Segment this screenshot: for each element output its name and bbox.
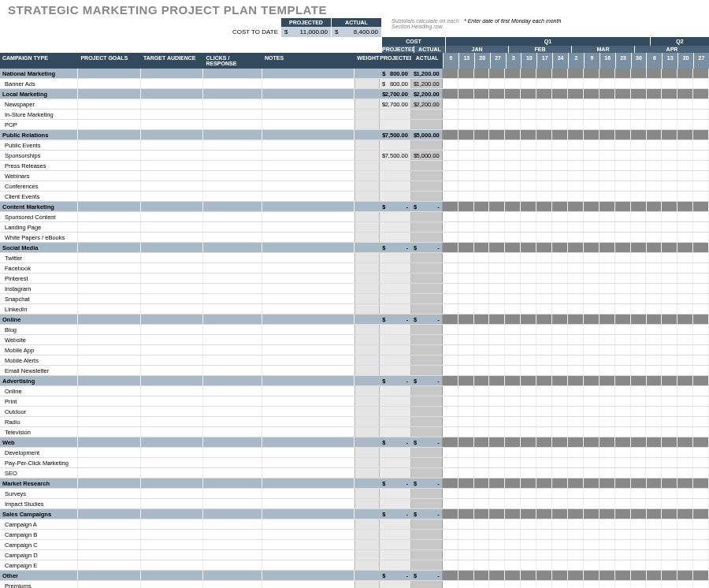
gantt-cell[interactable] (458, 79, 474, 88)
gantt-cell[interactable] (521, 581, 536, 588)
gantt-cell[interactable] (536, 192, 552, 201)
gantt-cell[interactable] (568, 151, 584, 160)
projected-cell[interactable] (380, 417, 411, 426)
gantt-cell[interactable] (458, 325, 474, 334)
gantt-cell[interactable] (521, 304, 536, 314)
notes-cell[interactable] (262, 222, 354, 232)
audience-cell[interactable] (141, 427, 204, 437)
gantt-cell[interactable] (474, 192, 490, 201)
weight-cell[interactable] (354, 263, 380, 273)
weight-cell[interactable] (354, 489, 380, 498)
gantt-cell[interactable] (599, 263, 615, 273)
campaign-cell[interactable]: Public Events (0, 140, 78, 150)
gantt-cell[interactable] (458, 571, 474, 580)
gantt-cell[interactable] (552, 530, 568, 539)
gantt-cell[interactable] (443, 499, 458, 508)
gantt-cell[interactable] (568, 335, 584, 344)
gantt-cell[interactable] (662, 366, 677, 375)
gantt-cell[interactable] (505, 540, 521, 549)
gantt-cell[interactable] (458, 581, 474, 588)
goals-cell[interactable] (78, 304, 141, 314)
gantt-cell[interactable] (662, 550, 677, 560)
gantt-cell[interactable] (662, 314, 677, 324)
gantt-cell[interactable] (599, 110, 615, 119)
gantt-cell[interactable] (474, 325, 490, 334)
gantt-cell[interactable] (552, 130, 568, 140)
gantt-cell[interactable] (443, 222, 458, 232)
notes-cell[interactable] (262, 325, 354, 334)
clicks-cell[interactable] (203, 530, 262, 539)
projected-cell[interactable] (380, 427, 411, 437)
gantt-cell[interactable] (474, 99, 490, 109)
gantt-cell[interactable] (677, 407, 693, 416)
gantt-cell[interactable] (647, 376, 663, 385)
audience-cell[interactable] (141, 212, 204, 221)
gantt-cell[interactable] (536, 222, 552, 232)
gantt-cell[interactable] (536, 130, 552, 140)
gantt-cell[interactable] (662, 407, 677, 416)
gantt-cell[interactable] (693, 69, 709, 78)
gantt-cell[interactable] (568, 222, 584, 232)
gantt-cell[interactable] (677, 540, 693, 549)
gantt-cell[interactable] (584, 540, 599, 549)
gantt-cell[interactable] (443, 489, 458, 498)
gantt-cell[interactable] (568, 478, 584, 488)
actual-cell[interactable] (411, 335, 443, 344)
gantt-cell[interactable] (552, 519, 568, 529)
gantt-cell[interactable] (536, 345, 552, 355)
gantt-cell[interactable] (536, 304, 552, 314)
gantt-cell[interactable] (474, 560, 490, 570)
gantt-cell[interactable] (552, 304, 568, 314)
gantt-cell[interactable] (505, 69, 521, 78)
actual-cell[interactable]: $5,000.00 (411, 130, 443, 140)
notes-cell[interactable] (262, 448, 354, 457)
gantt-cell[interactable] (599, 130, 615, 140)
gantt-cell[interactable] (521, 263, 536, 273)
gantt-cell[interactable] (615, 325, 631, 334)
gantt-cell[interactable] (521, 79, 536, 88)
gantt-cell[interactable] (552, 263, 568, 273)
gantt-cell[interactable] (521, 284, 536, 293)
gantt-cell[interactable] (489, 253, 505, 262)
gantt-cell[interactable] (443, 161, 458, 170)
campaign-cell[interactable]: Campaign E (0, 560, 78, 570)
gantt-cell[interactable] (521, 540, 536, 549)
actual-cell[interactable] (411, 222, 443, 232)
gantt-cell[interactable] (458, 366, 474, 375)
gantt-cell[interactable] (521, 509, 536, 519)
weight-cell[interactable] (354, 499, 380, 508)
gantt-cell[interactable] (505, 437, 521, 447)
gantt-cell[interactable] (662, 222, 677, 232)
gantt-cell[interactable] (662, 448, 677, 457)
gantt-cell[interactable] (584, 89, 599, 99)
gantt-cell[interactable] (443, 253, 458, 262)
gantt-cell[interactable] (536, 140, 552, 150)
gantt-cell[interactable] (443, 171, 458, 180)
gantt-cell[interactable] (584, 253, 599, 262)
gantt-cell[interactable] (646, 284, 662, 293)
weight-cell[interactable] (354, 89, 380, 99)
gantt-cell[interactable] (458, 376, 474, 385)
clicks-cell[interactable] (203, 284, 262, 293)
gantt-cell[interactable] (489, 151, 505, 160)
goals-cell[interactable] (78, 550, 141, 560)
gantt-cell[interactable] (552, 161, 568, 170)
actual-cell[interactable] (411, 345, 443, 355)
projected-cell[interactable]: $800.00 (380, 79, 411, 88)
gantt-cell[interactable] (615, 120, 631, 129)
gantt-cell[interactable] (615, 69, 631, 78)
gantt-cell[interactable] (662, 335, 677, 344)
gantt-cell[interactable] (693, 294, 709, 303)
goals-cell[interactable] (78, 263, 141, 273)
gantt-cell[interactable] (443, 376, 458, 385)
gantt-cell[interactable] (536, 243, 552, 252)
gantt-cell[interactable] (599, 325, 615, 334)
goals-cell[interactable] (78, 458, 141, 467)
gantt-cell[interactable] (615, 181, 631, 191)
gantt-cell[interactable] (646, 530, 662, 539)
gantt-cell[interactable] (568, 130, 584, 140)
gantt-cell[interactable] (552, 69, 568, 78)
actual-cell[interactable] (411, 396, 443, 406)
gantt-cell[interactable] (568, 69, 584, 78)
gantt-cell[interactable] (584, 99, 599, 109)
